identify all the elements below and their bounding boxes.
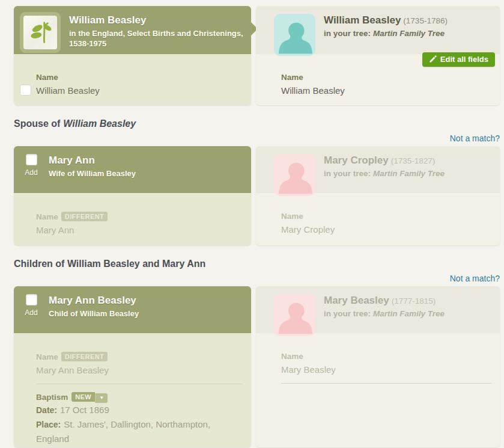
- tree-card-spouse-body: Name Mary Cropley: [256, 193, 500, 245]
- date-value: 17 Oct 1869: [60, 405, 109, 415]
- baptism-date-line: Date:17 Oct 1869: [36, 403, 243, 417]
- name-field-checkbox[interactable]: [20, 84, 31, 96]
- record-card-spouse: Add Mary Ann Wife of William Beasley Nam…: [14, 146, 251, 245]
- record-match-page: William Beasley in the England, Select B…: [0, 0, 504, 448]
- tree-prefix: in your tree:: [324, 309, 371, 318]
- tree-card-child-body: Name Mary Beasley: [256, 333, 500, 447]
- tree-header-titles: Mary Cropley(1735-1827) in your tree:Mar…: [324, 146, 498, 178]
- add-spouse-label: Add: [25, 168, 37, 177]
- tree-name: Martin Family Tree: [373, 309, 445, 318]
- tree-person-name: Mary Beasley: [324, 295, 389, 306]
- tree-header-titles: Mary Beasley(1777-1815) in your tree:Mar…: [324, 286, 498, 318]
- tree-prefix: in your tree:: [324, 29, 371, 38]
- record-card-spouse-header: Add Mary Ann Wife of William Beasley: [14, 146, 251, 193]
- tree-person-name: Mary Cropley: [324, 155, 389, 166]
- children-not-a-match-link[interactable]: Not a match?: [450, 274, 500, 283]
- spouse-match-row: Add Mary Ann Wife of William Beasley Nam…: [14, 146, 500, 245]
- record-image: [23, 16, 57, 49]
- name-field-label: Name: [36, 352, 58, 361]
- record-card-primary: William Beasley in the England, Select B…: [14, 6, 251, 105]
- name-field-label: Name: [36, 212, 58, 221]
- tree-name-line: in your tree:Martin Family Tree: [324, 169, 498, 178]
- date-label: Date:: [36, 405, 57, 415]
- name-field-value: Mary Beasley: [281, 363, 491, 376]
- record-collection-name: in the England, Select Births and Christ…: [69, 28, 249, 49]
- record-image-thumbnail[interactable]: [20, 12, 61, 53]
- name-field-label: Name: [281, 72, 491, 83]
- tree-card-spouse-header: Mary Cropley(1735-1827) in your tree:Mar…: [256, 146, 500, 193]
- tree-name: Martin Family Tree: [373, 169, 445, 178]
- children-match-row: Add Mary Ann Beasley Child of William Be…: [14, 286, 500, 447]
- tree-card-child-header: Mary Beasley(1777-1815) in your tree:Mar…: [256, 286, 500, 333]
- chevron-down-icon[interactable]: ▼: [95, 393, 108, 403]
- name-field-value: William Beasley: [36, 84, 243, 97]
- spouse-heading-name: William Beasley: [63, 118, 136, 129]
- baptism-place-line: Place:St. James', Dallington, Northampto…: [36, 417, 243, 446]
- record-header-titles: William Beasley in the England, Select B…: [69, 6, 249, 54]
- record-header-titles: Mary Ann Wife of William Beasley: [49, 146, 136, 193]
- baptism-fact: BaptismNEW▼ Date:17 Oct 1869 Place:St. J…: [36, 391, 243, 446]
- record-card-child-header: Add Mary Ann Beasley Child of William Be…: [14, 286, 251, 333]
- record-person-name: Mary Ann Beasley: [49, 294, 139, 307]
- ancestry-leaf-icon: [28, 20, 53, 45]
- primary-match-row: William Beasley in the England, Select B…: [14, 6, 500, 105]
- add-spouse-checkbox[interactable]: [26, 154, 37, 165]
- add-child-control: Add: [14, 286, 49, 333]
- record-person-name: William Beasley: [69, 14, 249, 26]
- record-person-relation: Wife of William Beasley: [49, 168, 136, 179]
- spouse-not-a-match-link[interactable]: Not a match?: [450, 133, 500, 143]
- tree-person-lifespan: (1777-1815): [392, 296, 436, 305]
- record-person-name: Mary Ann: [49, 154, 136, 167]
- tree-name-line: in your tree:Martin Family Tree: [324, 29, 498, 38]
- tree-card-primary: William Beasley(1735-1786) in your tree:…: [256, 6, 500, 105]
- place-label: Place:: [36, 420, 61, 429]
- record-header-titles: Mary Ann Beasley Child of William Beasle…: [49, 286, 139, 333]
- new-badge: NEW: [71, 392, 95, 402]
- field-divider: [36, 384, 243, 384]
- field-divider: [281, 383, 491, 384]
- tree-card-child: Mary Beasley(1777-1815) in your tree:Mar…: [256, 286, 500, 447]
- tree-prefix: in your tree:: [324, 169, 371, 178]
- edit-all-fields-button[interactable]: Edit all fields: [422, 52, 495, 67]
- tree-header-titles: William Beasley(1735-1786) in your tree:…: [324, 6, 498, 38]
- add-spouse-control: Add: [14, 146, 49, 193]
- tree-person-line: William Beasley(1735-1786): [324, 14, 498, 27]
- record-card-primary-body: Name William Beasley: [14, 54, 251, 105]
- name-field-value: William Beasley: [281, 84, 491, 97]
- record-person-relation: Child of William Beasley: [49, 308, 139, 319]
- baptism-field-label: Baptism: [36, 393, 68, 402]
- spouse-link-row: Not a match?: [14, 133, 500, 145]
- record-card-child-body: NameDIFFERENT Mary Ann Beasley BaptismNE…: [14, 333, 251, 447]
- add-child-checkbox[interactable]: [26, 294, 37, 305]
- spouse-heading-prefix: Spouse of: [14, 118, 60, 129]
- pencil-icon: [429, 55, 437, 63]
- male-avatar: [274, 14, 315, 56]
- edit-all-fields-label: Edit all fields: [440, 55, 488, 64]
- different-badge: DIFFERENT: [61, 352, 108, 361]
- name-field-value: Mary Ann Beasley: [36, 364, 243, 376]
- record-card-spouse-body: NameDIFFERENT Mary Ann: [14, 193, 251, 245]
- tree-person-lifespan: (1735-1827): [391, 156, 436, 165]
- different-badge: DIFFERENT: [61, 212, 108, 221]
- female-avatar: [274, 294, 315, 336]
- name-field-label: Name: [281, 211, 491, 222]
- record-card-primary-header: William Beasley in the England, Select B…: [14, 6, 251, 54]
- children-heading-text: Children of William Beasley and Mary Ann: [14, 259, 205, 269]
- name-field-value: Mary Cropley: [281, 223, 491, 236]
- tree-person-line: Mary Cropley(1735-1827): [324, 154, 498, 167]
- place-value: St. James', Dallington, Northampton, Eng…: [36, 419, 210, 444]
- tree-card-primary-body: Edit all fields Name William Beasley: [256, 54, 500, 105]
- name-field-label: Name: [36, 72, 243, 83]
- spouse-section-heading: Spouse ofWilliam Beasley: [14, 118, 500, 130]
- female-avatar: [274, 154, 315, 196]
- tree-name-line: in your tree:Martin Family Tree: [324, 309, 498, 318]
- tree-person-line: Mary Beasley(1777-1815): [324, 294, 498, 307]
- record-card-child: Add Mary Ann Beasley Child of William Be…: [14, 286, 251, 447]
- name-field-value: Mary Ann: [36, 224, 243, 236]
- tree-card-primary-header: William Beasley(1735-1786) in your tree:…: [256, 6, 500, 54]
- name-field-label: Name: [281, 351, 491, 362]
- tree-card-spouse: Mary Cropley(1735-1827) in your tree:Mar…: [256, 146, 500, 245]
- add-child-label: Add: [25, 308, 37, 317]
- tree-person-lifespan: (1735-1786): [403, 16, 448, 25]
- children-link-row: Not a match?: [14, 273, 500, 285]
